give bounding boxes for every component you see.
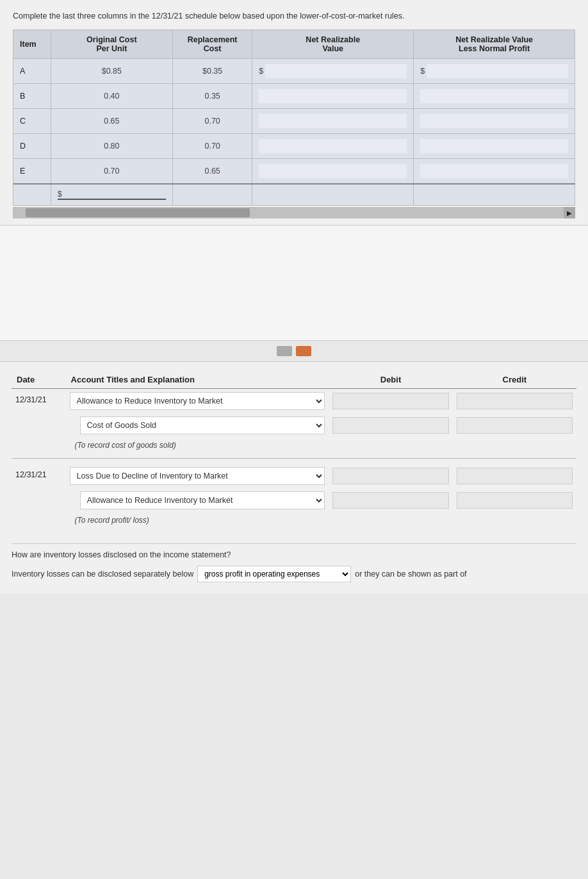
journal-header-credit: Credit	[453, 371, 576, 389]
note-spacer-2	[12, 513, 66, 528]
table-row: C 0.65 0.70	[13, 109, 575, 134]
journal-entry-2-line-1: 12/31/21 Loss Due to Decline of Inventor…	[12, 464, 576, 488]
col-header-replacement-cost: ReplacementCost	[172, 30, 252, 59]
account-dropdown-1-2[interactable]: Cost of Goods Sold Allowance to Reduce I…	[80, 416, 325, 434]
account-dropdown-1-1[interactable]: Allowance to Reduce Inventory to Market …	[70, 392, 325, 410]
nrv-cell-c[interactable]	[252, 109, 414, 134]
scrollbar-thumb[interactable]	[26, 208, 250, 217]
journal-date-2b	[12, 488, 66, 513]
credit-cell-1-1[interactable]	[453, 389, 576, 414]
item-label-e: E	[13, 159, 51, 185]
nrv-less-cell-c[interactable]	[414, 109, 575, 134]
item-label-a: A	[13, 59, 51, 84]
nrv-less-input-d[interactable]	[420, 139, 568, 153]
replacement-cost-e: 0.65	[172, 159, 252, 185]
original-cost-a: $0.85	[51, 59, 172, 84]
col-header-item: Item	[13, 30, 51, 59]
icon-box-gray	[277, 346, 292, 356]
journal-note-1: (To record cost of goods sold)	[66, 438, 576, 453]
debit-cell-1-1[interactable]	[329, 389, 452, 414]
original-cost-e: 0.70	[51, 159, 172, 185]
journal-header-debit: Debit	[329, 371, 452, 389]
journal-entry-1-note-row: (To record cost of goods sold)	[12, 438, 576, 453]
account-select-2-1[interactable]: Loss Due to Decline of Inventory to Mark…	[66, 464, 329, 488]
table-row: A $0.85 $0.35 $ $	[13, 59, 575, 84]
nrv-less-cell-e[interactable]	[414, 159, 575, 185]
total-row: $	[13, 184, 575, 206]
account-select-1-2[interactable]: Cost of Goods Sold Allowance to Reduce I…	[66, 413, 329, 438]
credit-input-2-1[interactable]	[457, 468, 573, 484]
note-text-1: (To record cost of goods sold)	[70, 438, 176, 454]
nrv-cell-a[interactable]: $	[252, 59, 414, 84]
col-header-original-cost: Original CostPer Unit	[51, 30, 172, 59]
total-nrv	[252, 184, 414, 206]
journal-entry-1-line-1: 12/31/21 Allowance to Reduce Inventory t…	[12, 389, 576, 414]
nrv-cell-b[interactable]	[252, 84, 414, 109]
nrv-input-e[interactable]	[259, 164, 407, 178]
top-section: Complete the last three columns in the 1…	[0, 0, 588, 226]
nrv-input-d[interactable]	[259, 139, 407, 153]
table-row: E 0.70 0.65	[13, 159, 575, 185]
disclosure-suffix: or they can be shown as part of	[355, 570, 466, 579]
account-select-2-2[interactable]: Allowance to Reduce Inventory to Market …	[66, 488, 329, 513]
nrv-less-cell-b[interactable]	[414, 84, 575, 109]
debit-input-1-1[interactable]	[332, 393, 448, 409]
nrv-less-input-a[interactable]	[427, 64, 568, 78]
credit-cell-1-2[interactable]	[453, 413, 576, 438]
credit-cell-2-2[interactable]	[453, 488, 576, 513]
account-select-1-1[interactable]: Allowance to Reduce Inventory to Market …	[66, 389, 329, 414]
col-header-nrv-less: Net Realizable ValueLess Normal Profit	[414, 30, 575, 59]
account-dropdown-2-1[interactable]: Loss Due to Decline of Inventory to Mark…	[70, 467, 325, 485]
item-label-b: B	[13, 84, 51, 109]
replacement-cost-b: 0.35	[172, 84, 252, 109]
credit-input-2-2[interactable]	[457, 492, 573, 509]
bottom-section: Date Account Titles and Explanation Debi…	[0, 361, 588, 594]
dollar-sign-nrv-less-a: $	[420, 67, 425, 76]
credit-input-1-2[interactable]	[457, 417, 573, 434]
debit-input-1-2[interactable]	[332, 417, 448, 434]
nrv-input-c[interactable]	[259, 114, 407, 128]
total-replacement-cost	[172, 184, 252, 206]
disclosure-dropdown[interactable]: gross profit in operating expenses net i…	[197, 566, 351, 582]
middle-section	[0, 226, 588, 341]
item-label-d: D	[13, 134, 51, 159]
debit-cell-1-2[interactable]	[329, 413, 452, 438]
nrv-input-b[interactable]	[259, 89, 407, 103]
credit-input-1-1[interactable]	[457, 393, 573, 409]
debit-cell-2-2[interactable]	[329, 488, 452, 513]
journal-date-2: 12/31/21	[12, 464, 66, 488]
nrv-less-input-b[interactable]	[420, 89, 568, 103]
journal-header-account: Account Titles and Explanation	[66, 371, 329, 389]
total-original-cost-input[interactable]	[64, 190, 141, 199]
total-label	[13, 184, 51, 206]
nrv-less-input-e[interactable]	[420, 164, 568, 178]
nrv-cell-e[interactable]	[252, 159, 414, 185]
note-text-2: (To record profit/ loss)	[70, 513, 149, 529]
dollar-sign-a: $	[259, 67, 263, 76]
credit-cell-2-1[interactable]	[453, 464, 576, 488]
note-spacer-1	[12, 438, 66, 453]
total-original-cost-cell[interactable]: $	[51, 184, 172, 206]
nrv-less-cell-d[interactable]	[414, 134, 575, 159]
journal-note-2: (To record profit/ loss)	[66, 513, 576, 528]
nrv-less-cell-a[interactable]: $	[414, 59, 575, 84]
total-nrv-less	[414, 184, 575, 206]
nrv-cell-d[interactable]	[252, 134, 414, 159]
debit-input-2-1[interactable]	[332, 468, 448, 484]
schedule-table: Item Original CostPer Unit ReplacementCo…	[13, 29, 575, 206]
journal-entry-2-line-2: Allowance to Reduce Inventory to Market …	[12, 488, 576, 513]
horizontal-scrollbar[interactable]: ▶	[13, 207, 575, 218]
journal-divider	[12, 453, 576, 464]
table-row: D 0.80 0.70	[13, 134, 575, 159]
nrv-less-input-c[interactable]	[420, 114, 568, 128]
debit-input-2-2[interactable]	[332, 492, 448, 509]
replacement-cost-c: 0.70	[172, 109, 252, 134]
original-cost-b: 0.40	[51, 84, 172, 109]
replacement-cost-d: 0.70	[172, 134, 252, 159]
debit-cell-2-1[interactable]	[329, 464, 452, 488]
replacement-cost-a: $0.35	[172, 59, 252, 84]
nrv-input-a[interactable]	[265, 64, 407, 78]
divider-cell	[12, 453, 576, 464]
scroll-arrow-right[interactable]: ▶	[564, 207, 575, 218]
account-dropdown-2-2[interactable]: Allowance to Reduce Inventory to Market …	[80, 491, 325, 509]
